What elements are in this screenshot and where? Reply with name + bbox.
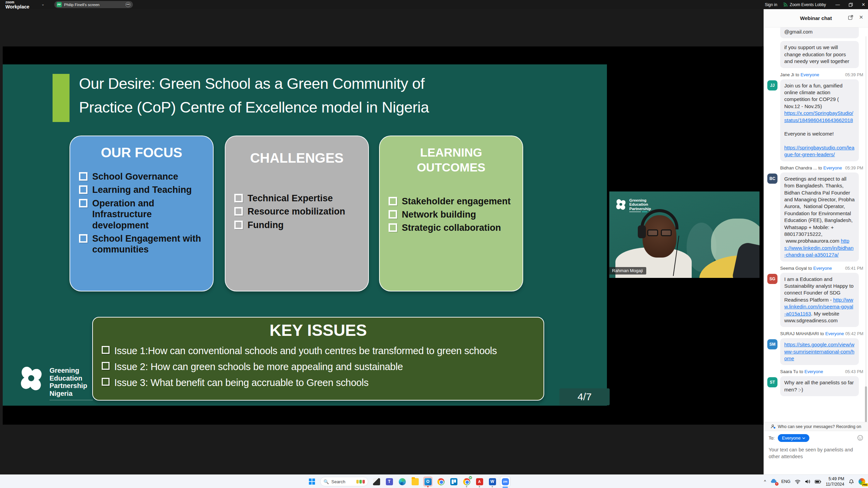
broadcast-icon [783, 2, 788, 7]
shared-screen-tab[interactable]: PF Philip Finell's screen ••• [54, 1, 133, 8]
search-placeholder: Search [331, 479, 354, 484]
restore-button[interactable] [849, 3, 853, 7]
taskbar-app-trello[interactable] [449, 475, 458, 488]
logo-line: Education [629, 202, 651, 206]
notification-bell-icon[interactable]: z [849, 479, 854, 484]
checklist-item-label: School Engagement with communities [92, 233, 204, 255]
chat-input[interactable]: Your text can be seen by panelists and o… [769, 446, 863, 460]
taskbar-app-file-explorer[interactable] [410, 475, 420, 488]
taskbar-app-outlook[interactable]: O [423, 475, 433, 488]
checklist-item: Resource mobilization [234, 206, 359, 217]
message-header: Jane JitoEveryone05:39 PM [780, 72, 863, 77]
checklist-item: School Engagement with communities [79, 233, 204, 255]
profile-badge: M [469, 476, 472, 480]
greening-education-logo: Greening Education Partnership Nigeria [18, 365, 93, 400]
message-link[interactable]: https://springbaystudio.com/league-for-g… [784, 145, 854, 157]
chat-close-icon[interactable]: ✕ [859, 14, 863, 20]
chat-message-list[interactable]: @gmail.comif you support us we will chan… [764, 27, 868, 422]
message-bubble: I am a Education and Sustainability anal… [780, 273, 859, 327]
copilot-icon[interactable]: PRE [859, 478, 865, 485]
chevron-down-icon[interactable]: ⌄ [41, 2, 44, 6]
taskbar-app-teams[interactable]: T [384, 475, 394, 488]
message-to-word: to [808, 266, 812, 271]
teams-icon: T [386, 478, 393, 485]
edge-icon [399, 478, 406, 485]
checklist-item: Strategic collaboration [389, 222, 514, 233]
message-link[interactable]: http://www.linkedin.com/in/seema-goyal-a… [784, 297, 853, 317]
message-bubble: Why are all the panelists so far men? :-… [780, 376, 859, 396]
checklist-item-label: Network building [402, 209, 476, 220]
checkbox-icon [234, 207, 243, 216]
avatar: PF [57, 2, 62, 7]
tray-date-value: 11/7/2024 [826, 482, 844, 487]
who-can-see-icon [771, 424, 776, 429]
taskbar-app-zoom[interactable]: zm [500, 475, 510, 488]
message-to-word: to [795, 72, 799, 77]
outcomes-box-title: LEARNING OUTCOMES [389, 145, 514, 175]
taskbar-app-chrome[interactable] [436, 475, 446, 488]
taskbar-app-word[interactable]: W [488, 475, 497, 488]
message-recipient: Everyone [813, 266, 832, 271]
logo-subline [629, 211, 641, 212]
search-icon: 🔍 [323, 479, 329, 484]
taskbar-app-chrome-profile[interactable]: M [462, 475, 471, 488]
chat-privacy-notice-text: Who can see your messages? Recording on [778, 424, 861, 429]
avatar: ST [767, 377, 777, 387]
start-button[interactable] [307, 475, 317, 488]
avatar: SM [767, 339, 777, 349]
events-lobby-button[interactable]: Zoom Events Lobby [783, 2, 826, 7]
tray-clock[interactable]: 5:49 PM 11/7/2024 [826, 476, 844, 487]
tray-chevron-icon[interactable]: ^ [764, 479, 766, 484]
emoji-picker-button[interactable] [857, 435, 863, 441]
checkbox-icon [79, 185, 87, 194]
message-link[interactable]: https://www.linkedin.com/in/bidhan-chand… [784, 238, 853, 258]
language-indicator[interactable]: ENG [781, 479, 790, 484]
battery-icon[interactable] [815, 480, 821, 484]
volume-icon[interactable] [805, 479, 810, 484]
running-indicator [492, 486, 493, 487]
tab-more-icon[interactable]: ••• [125, 2, 131, 7]
checkbox-icon [102, 362, 110, 370]
message-link[interactable]: https://sites.google.com/view/www-sumris… [784, 342, 854, 361]
key-issues-title: KEY ISSUES [102, 321, 535, 340]
word-icon: W [489, 478, 496, 485]
taskbar-app-acrobat[interactable]: A [475, 475, 484, 488]
message-link[interactable]: https://x.com/SpringbayStudio/status/184… [784, 110, 853, 123]
title-accent-bar [53, 74, 70, 122]
taskbar-app-edge[interactable] [397, 475, 407, 488]
close-button[interactable]: ✕ [862, 2, 865, 7]
challenges-box: CHALLENGES Technical ExpertiseResource m… [225, 136, 369, 291]
chat-scrollbar-thumb[interactable] [865, 386, 867, 427]
chevron-down-icon [802, 437, 805, 439]
checklist-item: Funding [234, 220, 359, 230]
checkbox-icon [389, 197, 397, 205]
outlook-highlight: O [423, 476, 433, 487]
wifi-icon[interactable] [795, 480, 801, 484]
pinwheel-logo-icon [615, 198, 627, 210]
recipient-selector[interactable]: Everyone [778, 434, 809, 442]
running-indicator [479, 486, 480, 487]
sign-in-button[interactable]: Sign in [765, 2, 777, 7]
minimize-button[interactable]: — [835, 2, 840, 7]
chat-message: Jane JitoEveryone05:39 PMJJJoin us for a… [767, 72, 863, 161]
participant-video-tile[interactable]: Greening Education Partnership Rahman Mo… [609, 191, 760, 278]
checklist-item: Operation and Infrastructure development [79, 198, 204, 231]
glasses [661, 229, 672, 236]
to-label: To: [769, 435, 774, 441]
message-bubble: Join us for a fun, gamified online clima… [780, 79, 859, 161]
chat-privacy-notice[interactable]: Who can see your messages? Recording on [764, 422, 868, 431]
message-sender: SURAJ MAHABARI [780, 331, 819, 336]
chrome-icon [437, 478, 445, 485]
onedrive-tray-icon[interactable]: ✕ [770, 479, 777, 485]
focus-box: OUR FOCUS School GovernanceLearning and … [70, 136, 214, 291]
logo-line: Partnership [50, 382, 93, 390]
pop-out-icon[interactable] [848, 15, 853, 20]
checklist-item: Technical Expertise [234, 193, 359, 204]
onedrive-error-badge: ✕ [775, 482, 778, 486]
taskbar-app-dark[interactable] [372, 475, 381, 488]
taskbar-search[interactable]: 🔍 Search [320, 477, 368, 486]
checklist-item-label: School Governance [92, 171, 178, 182]
windows-taskbar: 🔍 Search T O M A W [0, 474, 868, 488]
checklist-item-label: Issue 3: What benefit can being accruabl… [114, 377, 369, 389]
acrobat-icon: A [476, 478, 483, 485]
